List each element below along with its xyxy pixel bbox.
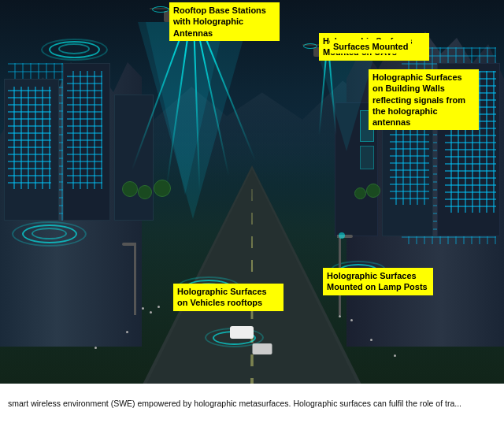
label-walls: Holographic Surfaces on Building Walls r… (369, 69, 479, 130)
caption-text: smart wireless environment (SWE) empower… (8, 398, 461, 410)
label-lamp: Holographic Surfaces Mounted on Lamp Pos… (323, 268, 433, 295)
main-container: Rooftop Base Stations with Holographic A… (0, 0, 504, 423)
label-surfaces-mounted-top: Surfaces Mounted (330, 39, 411, 54)
illustration-image: Rooftop Base Stations with Holographic A… (0, 0, 504, 386)
label-vehicles: Holographic Surfaces on Vehicles rooftop… (173, 284, 284, 311)
caption-area: smart wireless environment (SWE) empower… (0, 384, 504, 423)
label-rooftop: Rooftop Base Stations with Holographic A… (169, 2, 280, 41)
